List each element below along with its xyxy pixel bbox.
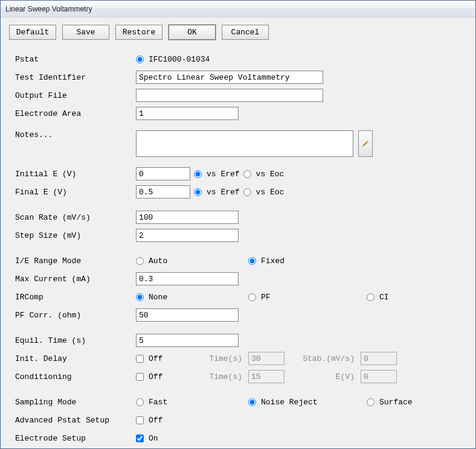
electrode-setup-checkbox[interactable]: On [136, 434, 158, 443]
default-button[interactable]: Default [9, 25, 56, 40]
final-e-input[interactable] [136, 185, 190, 199]
window-title: Linear Sweep Voltammetry [5, 5, 92, 13]
svg-point-1 [367, 141, 369, 142]
wand-icon [361, 139, 370, 148]
pstat-radio[interactable]: IFC1000-01034 [136, 55, 210, 64]
ok-button[interactable]: OK [169, 25, 216, 40]
dialog-window: Linear Sweep Voltammetry Default Save Re… [0, 0, 476, 449]
electrode-area-label: Electrode Area [15, 109, 136, 118]
init-delay-time-label: Time(s) [200, 354, 242, 363]
max-current-label: Max Current (mA) [15, 275, 136, 284]
test-identifier-label: Test Identifier [15, 73, 136, 82]
init-delay-label: Init. Delay [15, 354, 136, 363]
advanced-pstat-label: Advanced Pstat Setup [15, 416, 136, 425]
ie-fixed-radio[interactable]: Fixed [248, 256, 285, 266]
pstat-option-label: IFC1000-01034 [149, 55, 210, 64]
electrode-setup-label: Electrode Setup [15, 434, 136, 443]
sampling-mode-label: Sampling Mode [15, 398, 136, 407]
ircomp-label: IRComp [15, 293, 136, 302]
test-identifier-input[interactable] [136, 71, 323, 84]
conditioning-ev-label: E(V) [288, 372, 355, 381]
scan-rate-label: Scan Rate (mV/s) [15, 213, 136, 222]
final-e-label: Final E (V) [15, 188, 136, 197]
conditioning-time-label: Time(s) [200, 372, 242, 381]
svg-line-0 [363, 141, 368, 146]
conditioning-checkbox[interactable]: Off [136, 372, 162, 381]
final-e-eoc-radio[interactable]: vs Eoc [243, 188, 285, 197]
pstat-label: Pstat [15, 55, 136, 64]
initial-e-label: Initial E (V) [15, 170, 136, 179]
scan-rate-input[interactable] [136, 211, 239, 224]
max-current-input[interactable] [136, 272, 239, 285]
init-delay-stab-label: Stab.(mV/s) [288, 354, 355, 363]
cancel-button[interactable]: Cancel [222, 25, 269, 40]
initial-e-eoc-radio[interactable]: vs Eoc [243, 170, 285, 179]
notes-edit-button[interactable] [358, 130, 373, 157]
electrode-area-input[interactable] [136, 107, 239, 120]
pf-corr-input[interactable] [136, 308, 239, 322]
output-file-label: Output File [15, 91, 136, 100]
ie-range-label: I/E Range Mode [15, 256, 136, 266]
ircomp-pf-radio[interactable]: PF [248, 293, 271, 302]
pstat-radio-input[interactable] [136, 56, 144, 63]
titlebar: Linear Sweep Voltammetry [1, 1, 475, 18]
equil-time-input[interactable] [136, 334, 239, 347]
notes-input[interactable] [136, 130, 353, 157]
ircomp-none-radio[interactable]: None [136, 293, 167, 302]
init-delay-checkbox[interactable]: Off [136, 354, 162, 363]
restore-button[interactable]: Restore [115, 25, 162, 40]
sampling-surface-radio[interactable]: Surface [367, 398, 413, 407]
conditioning-label: Conditioning [15, 372, 136, 381]
init-delay-stab-input [361, 352, 397, 365]
initial-e-eref-radio[interactable]: vs Eref [194, 170, 240, 179]
initial-e-input[interactable] [136, 167, 190, 180]
final-e-eref-radio[interactable]: vs Eref [194, 188, 240, 197]
conditioning-ev-input [361, 370, 397, 383]
ircomp-ci-radio[interactable]: CI [367, 293, 389, 302]
pf-corr-label: PF Corr. (ohm) [15, 311, 136, 320]
button-row: Default Save Restore OK Cancel [9, 25, 467, 40]
sampling-fast-radio[interactable]: Fast [136, 398, 167, 407]
notes-label: Notes... [15, 130, 136, 139]
step-size-input[interactable] [136, 229, 239, 242]
advanced-pstat-checkbox[interactable]: Off [136, 416, 162, 425]
conditioning-time-input [248, 370, 285, 383]
init-delay-time-input [248, 352, 285, 365]
save-button[interactable]: Save [62, 25, 109, 40]
equil-time-label: Equil. Time (s) [15, 336, 136, 345]
step-size-label: Step Size (mV) [15, 231, 136, 240]
sampling-noise-reject-radio[interactable]: Noise Reject [248, 398, 318, 407]
ie-auto-radio[interactable]: Auto [136, 256, 167, 266]
output-file-input[interactable] [136, 89, 323, 102]
dialog-content: Default Save Restore OK Cancel Pstat IFC… [1, 18, 475, 448]
